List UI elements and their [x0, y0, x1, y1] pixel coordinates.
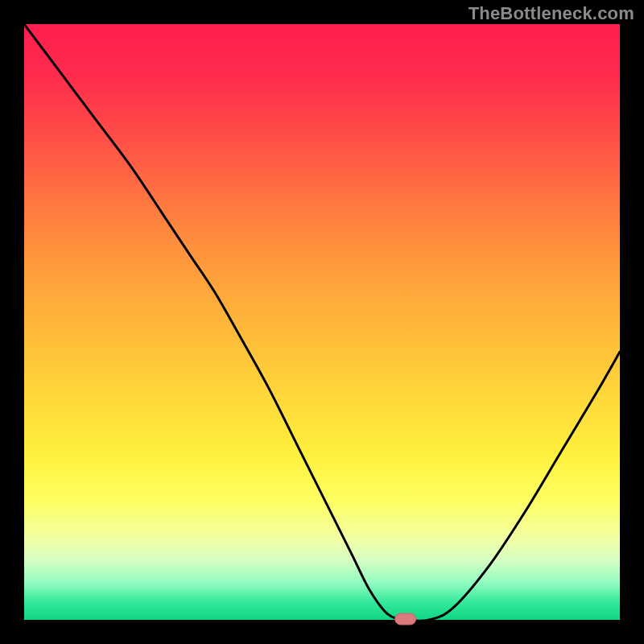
optimal-point-marker [395, 613, 416, 625]
bottleneck-chart [0, 0, 644, 644]
plot-background [24, 24, 620, 620]
chart-container: TheBottleneck.com [0, 0, 644, 644]
watermark-text: TheBottleneck.com [469, 3, 634, 24]
